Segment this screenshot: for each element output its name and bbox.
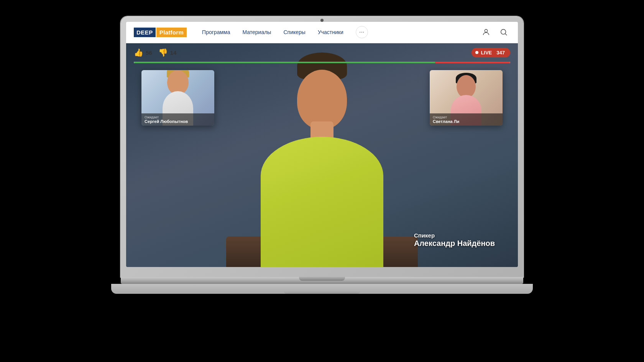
laptop-screen-shell: DEEP Platform Программа Материалы Спикер… <box>121 16 523 277</box>
speaker-head <box>297 70 347 129</box>
laptop-base <box>121 277 523 284</box>
live-indicator-dot <box>475 51 478 54</box>
like-button[interactable]: 👍 56 <box>134 48 152 57</box>
laptop-hinge <box>299 277 345 281</box>
live-label: LIVE <box>481 50 492 56</box>
nav-uchastniki[interactable]: Участники <box>318 29 343 35</box>
logo-deep: DEEP <box>134 28 156 37</box>
profile-icon-button[interactable] <box>480 26 493 39</box>
thumb-left-status: Ожидает <box>145 115 211 119</box>
thumbs-down-icon: 👎 <box>158 48 168 57</box>
top-controls: 👍 56 👎 14 LIVE 347 <box>126 48 518 57</box>
svg-point-1 <box>501 29 506 34</box>
nav-icons <box>480 26 510 39</box>
navbar: DEEP Platform Программа Материалы Спикер… <box>126 22 518 43</box>
speaker-name: Александр Найдёнов <box>414 239 495 247</box>
thumb-label-right: Ожидает Светлана Ли <box>430 113 503 126</box>
logo-platform: Platform <box>156 28 187 37</box>
nav-programma[interactable]: Программа <box>202 29 230 35</box>
laptop-shell: DEEP Platform Программа Материалы Спикер… <box>111 16 533 346</box>
camera-dot <box>320 19 324 22</box>
thumb-right-name: Светлана Ли <box>433 119 499 124</box>
dislike-button[interactable]: 👎 14 <box>158 48 177 57</box>
search-icon-button[interactable] <box>497 26 510 39</box>
svg-point-0 <box>485 29 487 32</box>
thumbs-up-icon: 👍 <box>134 48 143 57</box>
dislike-count: 14 <box>170 49 177 56</box>
nav-links: Программа Материалы Спикеры Участники ··… <box>202 26 480 38</box>
logo: DEEP Platform <box>134 28 187 37</box>
nav-materialy[interactable]: Материалы <box>242 29 271 35</box>
viewer-count: 347 <box>496 50 505 56</box>
speaker-body <box>261 137 383 267</box>
main-speaker-visual <box>230 45 414 267</box>
thumb-right-head <box>457 75 476 98</box>
nav-spikery[interactable]: Спикеры <box>283 29 305 35</box>
participant-thumb-right: Ожидает Светлана Ли <box>430 70 503 126</box>
laptop-screen: DEEP Platform Программа Материалы Спикер… <box>126 22 518 267</box>
speaker-label: Спикер Александр Найдёнов <box>414 232 495 248</box>
live-badge: LIVE 347 <box>472 48 510 57</box>
thumb-left-name: Сергей Любопытнов <box>145 119 211 124</box>
nav-more-button[interactable]: ··· <box>356 26 368 38</box>
participant-thumb-left: Ожидает Сергей Любопытнов <box>141 70 214 126</box>
thumb-label-left: Ожидает Сергей Любопытнов <box>141 113 214 126</box>
vote-bar: 👍 56 👎 14 <box>134 48 176 57</box>
app-wrapper: DEEP Platform Программа Материалы Спикер… <box>126 22 518 267</box>
progress-red <box>435 62 510 63</box>
like-count: 56 <box>146 49 152 56</box>
speaker-role: Спикер <box>414 232 435 239</box>
video-area: 👍 56 👎 14 LIVE 347 <box>126 43 518 267</box>
progress-green <box>134 62 435 63</box>
vote-progress-bar <box>134 62 510 63</box>
thumb-right-status: Ожидает <box>433 115 499 119</box>
laptop-bottom <box>111 284 533 294</box>
svg-line-2 <box>505 34 507 35</box>
